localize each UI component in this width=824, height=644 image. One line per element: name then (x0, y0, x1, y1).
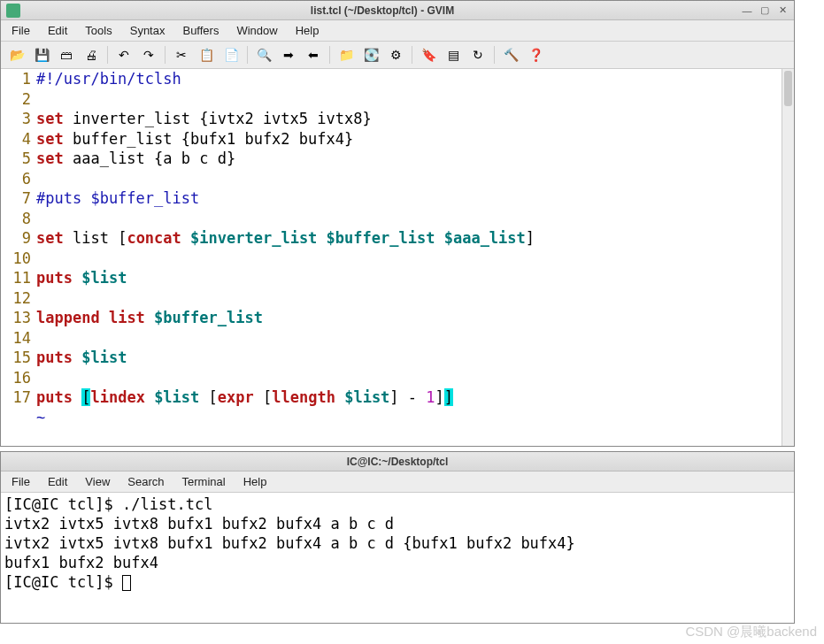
session-icon[interactable]: 💽 (360, 44, 381, 65)
term-menu-terminal[interactable]: Terminal (175, 473, 233, 490)
line-number: 8 (1, 209, 31, 229)
toolbar-separator (247, 46, 248, 64)
paste-icon[interactable]: 📄 (220, 44, 242, 65)
code-line[interactable]: puts [lindex $list [expr [llength $list]… (36, 387, 782, 408)
print-icon[interactable]: 🖨 (81, 44, 102, 65)
shell-icon[interactable]: ▤ (443, 44, 464, 65)
toolbar-separator (329, 46, 330, 64)
terminal-cursor (122, 575, 131, 591)
terminal-line: [IC@IC tcl]$ (4, 572, 790, 592)
gvim-toolbar: 📂💾🗃🖨↶↷✂📋📄🔍➡⬅📁💽⚙🔖▤↻🔨❓ (1, 42, 794, 69)
code-line[interactable]: lappend list $buffer_list (36, 308, 782, 328)
menu-window[interactable]: Window (229, 22, 284, 39)
toolbar-separator (494, 46, 495, 64)
menu-help[interactable]: Help (289, 22, 327, 39)
terminal-line: bufx1 bufx2 bufx4 (4, 553, 790, 572)
watermark: CSDN @晨曦backend (685, 624, 817, 640)
code-line[interactable] (36, 328, 782, 349)
gvim-titlebar[interactable]: list.tcl (~/Desktop/tcl) - GVIM — ▢ ✕ (1, 1, 794, 20)
gvim-menubar: FileEditToolsSyntaxBuffersWindowHelp (1, 20, 794, 42)
maximize-icon[interactable]: ▢ (759, 4, 771, 17)
close-icon[interactable]: ✕ (776, 4, 789, 17)
load-icon[interactable]: 📁 (335, 44, 357, 65)
vertical-scrollbar[interactable] (782, 69, 794, 446)
line-number: 16 (1, 368, 31, 388)
term-menu-search[interactable]: Search (120, 473, 171, 490)
terminal-titlebar[interactable]: IC@IC:~/Desktop/tcl (1, 452, 794, 472)
code-line[interactable] (36, 89, 782, 110)
menu-syntax[interactable]: Syntax (123, 22, 173, 39)
code-line[interactable]: #puts $buffer_list (36, 188, 782, 209)
run-icon[interactable]: ↻ (467, 44, 489, 65)
line-number: 3 (1, 109, 31, 129)
terminal-line: ivtx2 ivtx5 ivtx8 bufx1 bufx2 bufx4 a b … (4, 514, 790, 533)
code-line[interactable]: puts $list (36, 268, 782, 288)
terminal-body[interactable]: [IC@IC tcl]$ ./list.tclivtx2 ivtx5 ivtx8… (1, 493, 794, 623)
scrollbar-thumb[interactable] (784, 71, 792, 106)
save-icon[interactable]: 💾 (31, 44, 52, 65)
line-number: 14 (1, 328, 31, 349)
line-gutter: 1234567891011121314151617 (1, 69, 36, 446)
line-number: 13 (1, 308, 31, 328)
toolbar-separator (165, 46, 166, 64)
code-line[interactable] (36, 249, 782, 269)
menu-file[interactable]: File (4, 22, 37, 39)
gvim-editor[interactable]: 1234567891011121314151617 #!/usr/bin/tcl… (1, 69, 794, 446)
next-icon[interactable]: ➡ (278, 44, 299, 65)
help-icon[interactable]: ❓ (525, 44, 546, 65)
menu-edit[interactable]: Edit (41, 22, 74, 39)
code-line[interactable] (36, 368, 782, 388)
code-line[interactable] (36, 288, 782, 309)
build-icon[interactable]: 🔨 (500, 44, 521, 65)
line-number: 1 (1, 69, 31, 89)
terminal-title-text: IC@IC:~/Desktop/tcl (6, 456, 789, 468)
line-number: 12 (1, 288, 31, 309)
gvim-window: list.tcl (~/Desktop/tcl) - GVIM — ▢ ✕ Fi… (0, 0, 795, 447)
code-line[interactable]: set aaa_list {a b c d} (36, 149, 782, 169)
code-area[interactable]: #!/usr/bin/tclsh set inverter_list {ivtx… (36, 69, 782, 446)
line-number: 10 (1, 249, 31, 269)
cut-icon[interactable]: ✂ (171, 44, 192, 65)
code-line[interactable]: #!/usr/bin/tclsh (36, 69, 782, 89)
toolbar-separator (107, 46, 108, 64)
toolbar-separator (412, 46, 412, 64)
tilde-line: ~ (36, 408, 782, 428)
redo-icon[interactable]: ↷ (138, 44, 159, 65)
line-number: 7 (1, 188, 31, 209)
term-menu-file[interactable]: File (4, 473, 37, 490)
terminal-window: IC@IC:~/Desktop/tcl FileEditViewSearchTe… (0, 451, 795, 624)
line-number: 2 (1, 89, 31, 110)
tag-icon[interactable]: 🔖 (418, 44, 439, 65)
copy-icon[interactable]: 📋 (196, 44, 217, 65)
code-line[interactable]: set inverter_list {ivtx2 ivtx5 ivtx8} (36, 109, 782, 129)
menu-buffers[interactable]: Buffers (175, 22, 226, 39)
menu-tools[interactable]: Tools (78, 22, 119, 39)
find-icon[interactable]: 🔍 (253, 44, 274, 65)
terminal-menubar: FileEditViewSearchTerminalHelp (1, 472, 794, 493)
line-number: 11 (1, 268, 31, 288)
open-icon[interactable]: 📂 (6, 44, 27, 65)
line-number: 9 (1, 228, 31, 249)
terminal-line: ivtx2 ivtx5 ivtx8 bufx1 bufx2 bufx4 a b … (4, 533, 790, 553)
terminal-line: [IC@IC tcl]$ ./list.tcl (4, 494, 790, 514)
gvim-title-text: list.tcl (~/Desktop/tcl) - GVIM (24, 4, 741, 17)
line-number: 6 (1, 169, 31, 189)
saveall-icon[interactable]: 🗃 (56, 44, 77, 65)
line-number: 17 (1, 387, 31, 408)
minimize-icon[interactable]: — (741, 4, 753, 17)
gvim-app-icon (6, 4, 20, 18)
term-menu-edit[interactable]: Edit (41, 473, 74, 490)
term-menu-view[interactable]: View (78, 473, 117, 490)
code-line[interactable]: puts $list (36, 348, 782, 368)
code-line[interactable] (36, 169, 782, 189)
code-line[interactable] (36, 209, 782, 229)
code-line[interactable]: set list [concat $inverter_list $buffer_… (36, 228, 782, 249)
line-number: 5 (1, 149, 31, 169)
term-menu-help[interactable]: Help (236, 473, 274, 490)
undo-icon[interactable]: ↶ (113, 44, 135, 65)
line-number: 15 (1, 348, 31, 368)
code-line[interactable]: set buffer_list {bufx1 bufx2 bufx4} (36, 129, 782, 150)
make-icon[interactable]: ⚙ (385, 44, 406, 65)
line-number: 4 (1, 129, 31, 150)
prev-icon[interactable]: ⬅ (303, 44, 324, 65)
